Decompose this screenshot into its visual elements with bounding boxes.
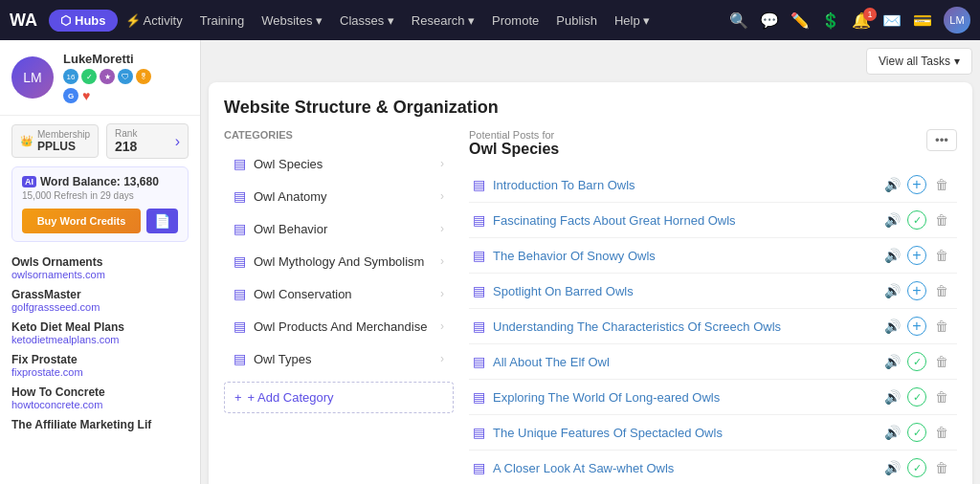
post-doc-icon: ▤ <box>473 354 485 369</box>
post-check-button[interactable]: ✓ <box>907 458 926 477</box>
post-title[interactable]: The Behavior Of Snowy Owls <box>493 249 873 263</box>
site-item: The Affiliate Marketing Lif <box>11 418 189 431</box>
post-delete-button[interactable]: 🗑 <box>930 350 953 373</box>
post-delete-button[interactable]: 🗑 <box>930 385 953 408</box>
post-title[interactable]: All About The Elf Owl <box>493 355 873 369</box>
site-url[interactable]: golfgrassseed.com <box>11 301 189 313</box>
post-title[interactable]: Exploring The World Of Long-eared Owls <box>493 390 873 405</box>
chevron-right-icon: › <box>440 319 444 333</box>
chevron-right-icon: › <box>440 254 444 268</box>
post-audio-button[interactable]: 🔊 <box>880 350 903 373</box>
post-delete-button[interactable]: 🗑 <box>930 173 953 196</box>
sidebar-sites: Owls Ornaments owlsornaments.com GrassMa… <box>0 248 200 447</box>
category-item-owl-mythology[interactable]: ▤ Owl Mythology And Symbolism › <box>224 246 454 276</box>
document-button[interactable]: 📄 <box>146 209 178 233</box>
nav-promote[interactable]: Promote <box>486 10 545 32</box>
nav-links: Training Websites ▾ Classes ▾ Research ▾… <box>194 10 657 32</box>
categories-panel: Categories ▤ Owl Species › ▤ Owl Anatomy <box>224 129 454 484</box>
nav-websites[interactable]: Websites ▾ <box>256 10 328 32</box>
site-name: The Affiliate Marketing Lif <box>11 418 189 431</box>
badge-ribbon: 🎖 <box>136 69 151 84</box>
post-add-button[interactable]: + <box>907 317 926 336</box>
post-audio-button[interactable]: 🔊 <box>880 173 903 196</box>
buy-credits-button[interactable]: Buy Word Credits <box>22 209 141 233</box>
post-item: ▤ The Behavior Of Snowy Owls 🔊 + 🗑 <box>469 238 957 274</box>
chevron-right-icon: › <box>440 157 444 170</box>
rank-arrow-icon[interactable]: › <box>175 133 180 150</box>
post-delete-button[interactable]: 🗑 <box>930 244 953 267</box>
category-item-owl-products[interactable]: ▤ Owl Products And Merchandise › <box>224 311 454 341</box>
post-delete-button[interactable]: 🗑 <box>930 209 953 231</box>
post-audio-button[interactable]: 🔊 <box>880 209 903 231</box>
post-item: ▤ Understanding The Characteristics Of S… <box>469 309 957 344</box>
post-audio-button[interactable]: 🔊 <box>880 244 903 267</box>
site-url[interactable]: ketodietmealplans.com <box>11 334 189 345</box>
category-name: Owl Conservation <box>254 287 352 301</box>
post-actions: 🔊 ✓ 🗑 <box>880 421 953 444</box>
add-category-button[interactable]: + + Add Category <box>224 382 454 413</box>
site-url[interactable]: owlsornaments.com <box>11 269 189 280</box>
category-item-owl-types[interactable]: ▤ Owl Types › <box>224 343 454 374</box>
post-title[interactable]: Spotlight On Barred Owls <box>493 284 873 298</box>
post-title[interactable]: Introduction To Barn Owls <box>493 178 873 192</box>
dollar-icon[interactable]: 💲 <box>821 11 840 30</box>
category-item-owl-behavior[interactable]: ▤ Owl Behavior › <box>224 213 454 244</box>
site-url[interactable]: fixprostate.com <box>11 366 189 378</box>
post-add-button[interactable]: + <box>907 175 926 194</box>
post-actions: 🔊 + 🗑 <box>880 315 953 338</box>
nav-help[interactable]: Help ▾ <box>609 10 656 32</box>
posts-category-title: Owl Species <box>469 141 559 158</box>
post-delete-button[interactable]: 🗑 <box>930 315 953 338</box>
category-item-owl-anatomy[interactable]: ▤ Owl Anatomy › <box>224 181 454 211</box>
content-card: Website Structure & Organization Categor… <box>209 82 972 484</box>
post-check-button[interactable]: ✓ <box>907 210 926 230</box>
search-icon[interactable]: 🔍 <box>729 11 748 30</box>
post-actions: 🔊 ✓ 🗑 <box>880 456 953 479</box>
post-audio-button[interactable]: 🔊 <box>880 315 903 338</box>
post-title[interactable]: The Unique Features Of Spectacled Owls <box>493 426 873 440</box>
category-item-owl-conservation[interactable]: ▤ Owl Conservation › <box>224 278 454 309</box>
post-delete-button[interactable]: 🗑 <box>930 456 953 479</box>
post-audio-button[interactable]: 🔊 <box>880 385 903 408</box>
page-layout: LM LukeMoretti 16 ✓ ★ 🛡 🎖 G ♥ 👑 <box>0 40 980 484</box>
site-url[interactable]: howtoconcrete.com <box>11 399 189 410</box>
post-check-button[interactable]: ✓ <box>907 352 926 371</box>
chevron-right-icon: › <box>440 287 444 300</box>
post-item: ▤ The Unique Features Of Spectacled Owls… <box>469 415 957 451</box>
bell-icon[interactable]: 🔔 1 <box>852 11 871 30</box>
post-delete-button[interactable]: 🗑 <box>930 421 953 444</box>
post-delete-button[interactable]: 🗑 <box>930 279 953 302</box>
more-options-button[interactable]: ••• <box>926 129 957 151</box>
activity-link[interactable]: ⚡ Activity <box>125 13 183 28</box>
chat-icon[interactable]: 💬 <box>760 11 779 30</box>
nav-training[interactable]: Training <box>194 10 250 32</box>
nav-research[interactable]: Research ▾ <box>406 10 480 32</box>
post-check-button[interactable]: ✓ <box>907 423 926 442</box>
post-add-button[interactable]: + <box>907 246 926 265</box>
mail-icon[interactable]: ✉️ <box>882 11 902 30</box>
category-doc-icon: ▤ <box>234 253 246 269</box>
post-check-button[interactable]: ✓ <box>907 387 926 407</box>
site-item: How To Concrete howtoconcrete.com <box>11 385 189 410</box>
avatar[interactable]: LM <box>944 7 970 33</box>
category-name: Owl Mythology And Symbolism <box>254 254 424 269</box>
site-name: Fix Prostate <box>11 353 189 366</box>
post-title[interactable]: Fascinating Facts About Great Horned Owl… <box>493 213 873 228</box>
card-icon[interactable]: 💳 <box>913 11 932 30</box>
post-item: ▤ Introduction To Barn Owls 🔊 + 🗑 <box>469 167 957 203</box>
nav-publish[interactable]: Publish <box>550 10 603 32</box>
nav-classes[interactable]: Classes ▾ <box>334 10 400 32</box>
notification-badge: 1 <box>863 8 877 21</box>
pencil-icon[interactable]: ✏️ <box>791 11 810 30</box>
post-title[interactable]: A Closer Look At Saw-whet Owls <box>493 461 873 475</box>
post-audio-button[interactable]: 🔊 <box>880 279 903 302</box>
post-audio-button[interactable]: 🔊 <box>880 456 903 479</box>
post-add-button[interactable]: + <box>907 281 926 300</box>
chevron-right-icon: › <box>440 189 444 203</box>
view-all-tasks-button[interactable]: View all Tasks ▾ <box>866 48 972 75</box>
rank-label: Rank <box>115 128 137 139</box>
post-audio-button[interactable]: 🔊 <box>880 421 903 444</box>
category-item-owl-species[interactable]: ▤ Owl Species › <box>224 148 454 179</box>
post-title[interactable]: Understanding The Characteristics Of Scr… <box>493 319 873 334</box>
hubs-button[interactable]: ⬡ Hubs <box>49 10 118 32</box>
